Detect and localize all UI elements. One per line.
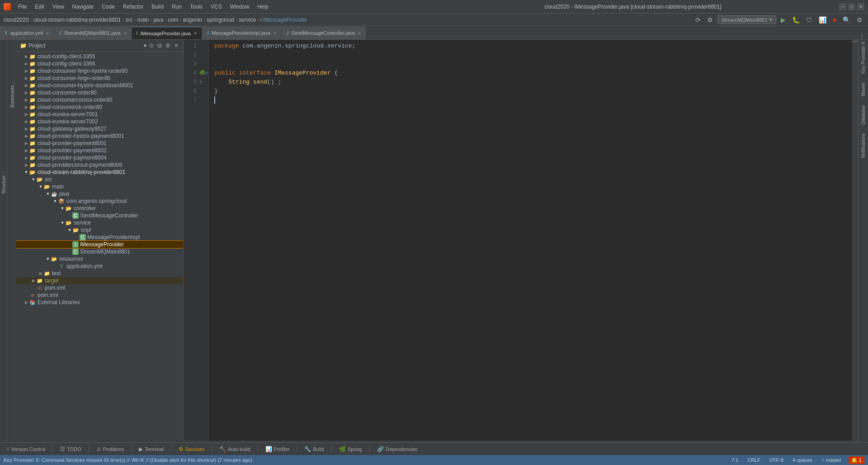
menu-build[interactable]: Build — [148, 3, 167, 11]
terminal-btn[interactable]: ▶ Terminal — [135, 445, 167, 453]
breadcrumb-com[interactable]: com — [168, 17, 179, 23]
menu-file[interactable]: File — [14, 3, 30, 11]
tree-item-gateway[interactable]: ▶ 📁 cloud-gateway-gateway9527 — [16, 125, 183, 132]
tab-close-btn[interactable]: ✕ — [273, 31, 277, 36]
tree-item-StreamMQMain8801[interactable]: ▶ C StreamMQMain8801 — [16, 248, 183, 255]
close-button[interactable]: ✕ — [857, 3, 864, 10]
menu-vcs[interactable]: VCS — [207, 3, 226, 11]
nav-run-btn[interactable]: ▶ — [779, 15, 788, 24]
nav-icon-settings[interactable]: ⚙ — [705, 15, 715, 24]
tree-item-provider-payment8004[interactable]: ▶ 📁 cloud-provider-payment8004 — [16, 154, 183, 161]
breadcrumb-angenin[interactable]: angenin — [183, 17, 202, 23]
tree-item-controller-folder[interactable]: ▼ 📂 controller — [16, 205, 183, 212]
tree-item-stream-rabbitmq[interactable]: ▼ 📂 cloud-stream-rabbitmq-provider8801 — [16, 169, 183, 176]
nav-profile-btn[interactable]: 📊 — [817, 15, 828, 24]
menu-edit[interactable]: Edit — [31, 3, 48, 11]
nav-coverage-btn[interactable]: 🛡 — [804, 15, 814, 24]
tab-close-btn[interactable]: ✕ — [193, 31, 197, 36]
tree-item-consumer-feign-hystrix[interactable]: ▶ 📁 cloud-consumer-feign-hystrix-order80 — [16, 67, 183, 75]
notifications-strip[interactable]: Notifications — [861, 133, 866, 158]
tree-item-cloud-config-client-3366[interactable]: ▶ 📁 cloud-config-client-3366 — [16, 60, 183, 67]
tree-item-package[interactable]: ▼ 📦 com.angenin.springcloud — [16, 197, 183, 205]
tabs-overflow-btn[interactable]: ⋮ — [855, 33, 868, 39]
structure-label[interactable]: Structure — [1, 175, 6, 194]
tree-item-consumerconsul[interactable]: ▶ 📁 cloud-consumerconsul-order80 — [16, 96, 183, 103]
cursor-position[interactable]: 7:1 — [730, 457, 740, 463]
panel-icon-settings[interactable]: ⚙ — [165, 42, 171, 50]
tree-item-eureka-7001[interactable]: ▶ 📁 cloud-eureka-server7001 — [16, 111, 183, 118]
minimize-button[interactable]: ─ — [839, 3, 846, 10]
run-config-selector[interactable]: StreamMQMain8801 ▾ — [717, 15, 776, 24]
project-tree[interactable]: ▶ 📁 cloud-config-client-3355 ▶ 📁 cloud-c… — [16, 52, 183, 442]
key-promoter-strip[interactable]: Key Promoter X — [861, 42, 866, 74]
tree-item-MessageProviderImpl[interactable]: ▶ C MessageProviderImpl — [16, 234, 183, 241]
tree-item-pom-xml-module[interactable]: ▶ m pom.xml — [16, 284, 183, 291]
tree-item-provider-payment8001[interactable]: ▶ 📁 cloud-provider-payment8001 — [16, 140, 183, 147]
tree-item-test[interactable]: ▶ 📁 test — [16, 270, 183, 277]
auto-build-btn[interactable]: 🔨 Auto-build — [216, 445, 254, 453]
menu-run[interactable]: Run — [168, 3, 185, 11]
nav-stop-btn[interactable]: ■ — [831, 15, 838, 24]
nav-gear-btn[interactable]: ⚙ — [855, 15, 864, 24]
tab-iMessageProvider[interactable]: I IMessageProvider.java ✕ — [132, 27, 202, 39]
indent-status[interactable]: 4 spaces — [791, 457, 814, 463]
menu-code[interactable]: Code — [98, 3, 118, 11]
profiler-btn[interactable]: 📊 Profiler — [262, 445, 293, 453]
tab-streamMQMain[interactable]: J StreamMQMain8801.java ✕ — [54, 27, 132, 39]
panel-icon-close[interactable]: ✕ — [173, 42, 179, 50]
tree-item-IMessageProvider[interactable]: ▶ I IMessageProvider — [16, 241, 183, 248]
dependencies-btn[interactable]: 🔗 Dependencies — [373, 445, 421, 453]
nav-icon-sync[interactable]: ⟳ — [693, 15, 703, 24]
panel-icon-collapse[interactable]: ⊟ — [156, 42, 163, 50]
breadcrumb-src[interactable]: src — [125, 17, 132, 23]
bookmarks-label[interactable]: Bookmarks — [10, 85, 15, 108]
tree-item-consumer-feign-order80[interactable]: ▶ 📁 cloud-consumer-feign-order80 — [16, 75, 183, 82]
version-control-btn[interactable]: ⑂ Version Control — [3, 445, 49, 453]
tree-item-provider-hystrix-payment8001[interactable]: ▶ 📁 cloud-provider-hystrix-payment8001 — [16, 132, 183, 140]
breadcrumb-file[interactable]: IMessageProvider — [263, 17, 307, 23]
breadcrumb-service[interactable]: service — [239, 17, 256, 23]
tree-item-src[interactable]: ▼ 📂 src — [16, 176, 183, 183]
menu-help[interactable]: Help — [254, 3, 272, 11]
tree-item-consumerzk[interactable]: ▶ 📁 cloud-consumerzk-order80 — [16, 103, 183, 111]
panel-icon-locate[interactable]: ⊙ — [148, 42, 155, 50]
tab-messageProviderImpl[interactable]: J MessageProviderImpl.java ✕ — [202, 27, 282, 39]
tab-application-yml[interactable]: Y application.yml ✕ — [0, 27, 54, 39]
charset[interactable]: UTF-8 — [768, 457, 785, 463]
tree-item-target[interactable]: ▶ 📁 target — [16, 277, 183, 284]
tree-item-service-folder[interactable]: ▼ 📂 service — [16, 219, 183, 226]
todo-btn[interactable]: ☰ TODO — [57, 445, 85, 453]
tab-sendMessageController[interactable]: J SendMessageController.java ✕ — [282, 27, 366, 39]
notifications-status[interactable]: 🔔 1 — [849, 456, 864, 464]
tree-item-pom-xml-root[interactable]: ▶ m pom.xml — [16, 291, 183, 299]
breadcrumb-main[interactable]: main — [137, 17, 149, 23]
tree-item-consumer-order80[interactable]: ▶ 📁 cloud-consumer-order80 — [16, 89, 183, 96]
menu-refactor[interactable]: Refactor — [119, 3, 147, 11]
breadcrumb-springcloud[interactable]: springcloud — [207, 17, 234, 23]
menu-view[interactable]: View — [49, 3, 68, 11]
spring-btn[interactable]: 🌿 Spring — [335, 445, 366, 453]
tree-item-consumer-hystrix-dashboard[interactable]: ▶ 📁 cloud-consumer-hystrix-dashboard9001 — [16, 82, 183, 89]
tree-item-providerconsul-payment8006[interactable]: ▶ 📁 cloud-providerconsul-payment8006 — [16, 161, 183, 169]
tree-item-SendMessageController[interactable]: ▶ C SendMessageController — [16, 212, 183, 219]
tree-item-cloud-config-client-3355[interactable]: ▶ 📁 cloud-config-client-3355 — [16, 53, 183, 60]
services-btn[interactable]: ⚙ Services — [175, 445, 208, 453]
tree-item-main[interactable]: ▼ 📂 main — [16, 183, 183, 190]
problems-btn[interactable]: ⚠ Problems — [93, 445, 127, 453]
breadcrumb-java[interactable]: java — [154, 17, 164, 23]
maximize-button[interactable]: □ — [848, 3, 855, 10]
code-editor[interactable]: package com.angenin.springcloud.service;… — [209, 40, 852, 441]
tree-item-resources[interactable]: ▼ 📂 resources — [16, 255, 183, 263]
tree-item-external-libraries[interactable]: ▶ 📚 External Libraries — [16, 299, 183, 306]
maven-strip[interactable]: Maven — [861, 83, 866, 96]
build-btn[interactable]: 🔧 Build — [301, 445, 327, 453]
menu-navigate[interactable]: Navigate — [69, 3, 97, 11]
tree-item-application-yml[interactable]: ▶ Y application.yml — [16, 263, 183, 270]
tree-item-eureka-7002[interactable]: ▶ 📁 cloud-eureka-server7002 — [16, 118, 183, 125]
tree-item-impl-folder[interactable]: ▼ 📂 impl — [16, 226, 183, 234]
tree-item-java[interactable]: ▼ ☕ java — [16, 190, 183, 197]
tab-close-btn[interactable]: ✕ — [358, 31, 361, 36]
line-ending[interactable]: CRLF — [745, 457, 762, 463]
nav-debug-btn[interactable]: 🐛 — [790, 15, 802, 24]
tree-item-provider-payment8002[interactable]: ▶ 📁 cloud-provider-payment8002 — [16, 147, 183, 154]
